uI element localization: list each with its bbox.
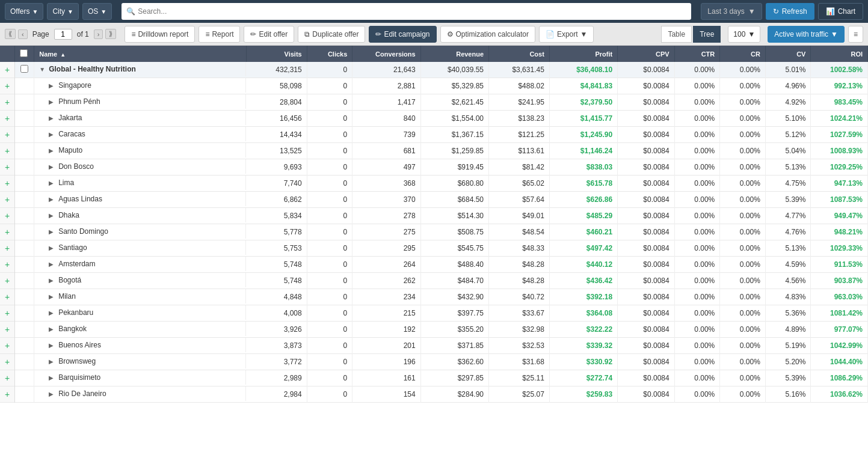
revenue-cell: $684.50	[420, 192, 488, 208]
columns-button[interactable]: ≡	[848, 26, 863, 43]
first-page-button[interactable]: ⟪	[5, 29, 16, 39]
expand-icon[interactable]: ▶	[49, 115, 56, 121]
row-checkbox[interactable]	[20, 65, 28, 73]
city-dropdown[interactable]: City ▼	[47, 3, 79, 20]
clicks-col-header[interactable]: Clicks	[307, 46, 352, 62]
checkbox-cell	[15, 143, 34, 159]
report-button[interactable]: ≡ Report	[199, 26, 240, 43]
prev-page-button[interactable]: ‹	[18, 29, 28, 39]
expand-icon[interactable]: ▶	[49, 358, 56, 365]
table-row: +▶Singapore58,09802,881$5,329.85$488.02$…	[0, 78, 868, 94]
expand-icon[interactable]: ▶	[49, 180, 56, 186]
name-col-header[interactable]: Name ▲	[34, 46, 247, 62]
refresh-button[interactable]: ↻ Refresh	[766, 3, 814, 20]
add-cell[interactable]: +	[0, 240, 15, 257]
add-cell[interactable]: +	[0, 143, 15, 159]
expand-icon[interactable]: ▶	[49, 293, 56, 300]
page-input[interactable]	[54, 29, 72, 40]
name-cell: ▶Pekanbaru	[34, 305, 246, 320]
edit-campaign-button[interactable]: ✏ Edit campaign	[369, 26, 436, 43]
expand-icon[interactable]: ▶	[49, 228, 56, 235]
optimization-button[interactable]: ⚙ Optimization calculator	[440, 26, 535, 43]
expand-icon[interactable]: ▼	[39, 66, 46, 73]
expand-icon[interactable]: ▶	[49, 391, 56, 397]
cost-col-header[interactable]: Cost	[489, 46, 550, 62]
cpv-cell: $0.0084	[618, 78, 674, 94]
conversions-col-header[interactable]: Conversions	[352, 46, 420, 62]
expand-icon[interactable]: ▶	[49, 163, 56, 170]
profit-col-header[interactable]: Profit	[549, 46, 617, 62]
cost-cell: $3,631.45	[489, 62, 550, 78]
cr-cell: 0.00%	[720, 111, 766, 127]
expand-icon[interactable]: ▶	[49, 82, 56, 89]
expand-icon[interactable]: ▶	[49, 147, 56, 154]
cv-col-header[interactable]: CV	[765, 46, 811, 62]
checkbox-cell	[15, 224, 34, 240]
drilldown-report-button[interactable]: ≡ Drilldown report	[125, 26, 195, 43]
export-button[interactable]: 📄 Export ▼	[539, 26, 594, 43]
expand-icon[interactable]: ▶	[49, 326, 56, 332]
select-all-checkbox[interactable]	[20, 49, 28, 57]
name-cell: ▶Jakarta	[34, 111, 246, 125]
add-cell[interactable]: +	[0, 78, 15, 94]
add-cell[interactable]: +	[0, 111, 15, 127]
os-dropdown[interactable]: OS ▼	[82, 3, 112, 20]
expand-icon[interactable]: ▶	[49, 99, 56, 105]
expand-icon[interactable]: ▶	[49, 374, 56, 381]
tree-view-button[interactable]: Tree	[693, 26, 721, 43]
expand-icon[interactable]: ▶	[49, 245, 56, 251]
cost-cell: $49.01	[489, 208, 550, 224]
date-range-dropdown[interactable]: Last 3 days ▼	[701, 3, 762, 20]
expand-icon[interactable]: ▶	[49, 310, 56, 316]
add-cell[interactable]: +	[0, 289, 15, 305]
table-view-button[interactable]: Table	[661, 26, 692, 43]
expand-icon[interactable]: ▶	[49, 131, 56, 138]
cpv-col-header[interactable]: CPV	[618, 46, 674, 62]
revenue-col-header[interactable]: Revenue	[420, 46, 488, 62]
num-rows-dropdown[interactable]: 100 ▼	[728, 26, 760, 43]
roi-col-header[interactable]: ROI	[811, 46, 868, 62]
profit-cell: $1,146.24	[549, 143, 617, 159]
add-cell[interactable]: +	[0, 159, 15, 176]
search-box[interactable]: 🔍	[122, 3, 691, 20]
add-cell[interactable]: +	[0, 192, 15, 208]
conversions-cell: 497	[352, 159, 420, 176]
add-cell[interactable]: +	[0, 62, 15, 78]
add-cell[interactable]: +	[0, 224, 15, 240]
next-page-button[interactable]: ›	[94, 29, 103, 39]
profit-cell: $460.21	[549, 224, 617, 240]
add-cell[interactable]: +	[0, 273, 15, 289]
add-cell[interactable]: +	[0, 338, 15, 354]
ctr-cell: 0.00%	[674, 111, 720, 127]
chart-button[interactable]: 📊 Chart	[818, 3, 863, 20]
duplicate-offer-button[interactable]: ⧉ Duplicate offer	[298, 26, 365, 43]
active-traffic-dropdown[interactable]: Active with traffic ▼	[768, 26, 845, 43]
ctr-col-header[interactable]: CTR	[674, 46, 720, 62]
cost-cell: $48.28	[489, 273, 550, 289]
add-cell[interactable]: +	[0, 354, 15, 370]
cost-cell: $113.61	[489, 143, 550, 159]
expand-icon[interactable]: ▶	[49, 277, 56, 284]
expand-icon[interactable]: ▶	[49, 261, 56, 267]
add-cell[interactable]: +	[0, 176, 15, 192]
search-input[interactable]	[138, 7, 686, 16]
revenue-cell: $362.60	[420, 354, 488, 370]
visits-col-header[interactable]: Visits	[246, 46, 307, 62]
last-page-button[interactable]: ⟫	[105, 29, 116, 39]
add-cell[interactable]: +	[0, 127, 15, 143]
expand-icon[interactable]: ▶	[49, 342, 56, 349]
edit-offer-button[interactable]: ✏ Edit offer	[244, 26, 294, 43]
cr-col-header[interactable]: CR	[720, 46, 766, 62]
cr-cell: 0.00%	[720, 78, 766, 94]
expand-icon[interactable]: ▶	[49, 212, 56, 219]
add-cell[interactable]: +	[0, 94, 15, 111]
add-cell[interactable]: +	[0, 257, 15, 273]
add-cell[interactable]: +	[0, 322, 15, 338]
add-cell[interactable]: +	[0, 370, 15, 386]
add-cell[interactable]: +	[0, 305, 15, 322]
add-cell[interactable]: +	[0, 208, 15, 224]
add-cell[interactable]: +	[0, 386, 15, 403]
expand-icon[interactable]: ▶	[49, 196, 56, 203]
offers-dropdown[interactable]: Offers ▼	[5, 3, 43, 20]
table-body: +▼Global - Healthy Nutrition432,315021,6…	[0, 62, 868, 403]
